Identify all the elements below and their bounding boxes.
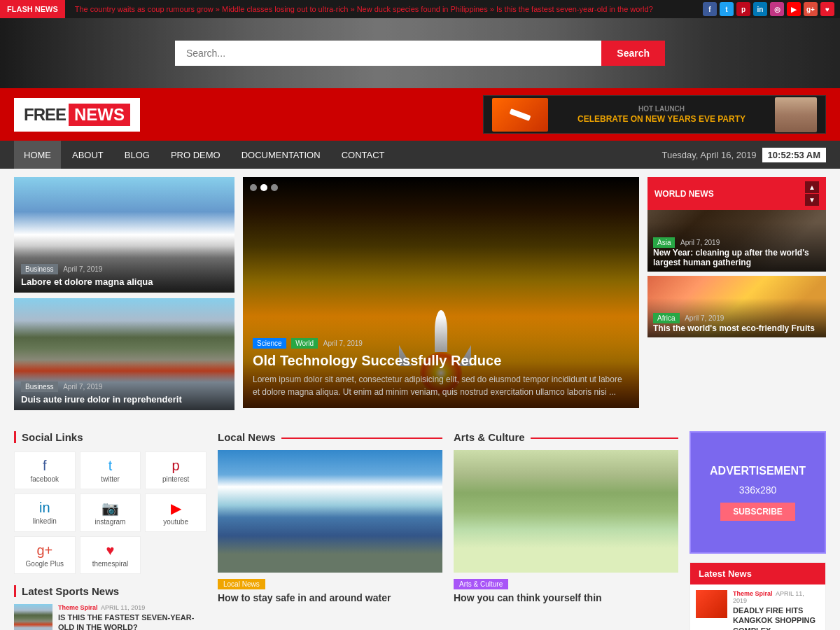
googleplus-label: Google Plus (26, 560, 64, 568)
world-scroll-up[interactable]: ▲ (805, 181, 819, 193)
ad-banner-image (492, 98, 548, 132)
left-card-1[interactable]: Business April 7, 2019 Labore et dolore … (14, 177, 234, 293)
local-news-header: Local News (218, 431, 442, 443)
card-1-date: April 7, 2019 (63, 265, 102, 273)
pinterest-label: pinterest (162, 475, 189, 483)
dot-1[interactable] (250, 184, 257, 191)
arts-culture-tag: Arts & Culture (454, 579, 508, 589)
sport-item-1[interactable]: Theme Spiral APRIL 11, 2019 IS THIS THE … (14, 604, 206, 630)
center-overlay: Science World April 7, 2019 Old Technolo… (243, 316, 639, 408)
nav-blog[interactable]: BLOG (115, 141, 160, 169)
navigation-bar: HOME ABOUT BLOG PRO DEMO DOCUMENTATION C… (0, 141, 840, 169)
themespiral-label: themespiral (92, 560, 129, 568)
search-bar: Search (175, 41, 665, 66)
social-youtube[interactable]: ▶ (787, 2, 801, 16)
social-pinterest[interactable]: p (736, 2, 750, 16)
logo-news-text: NEWS (69, 104, 130, 126)
world-card-1-date: April 7, 2019 (680, 239, 720, 246)
latest-news-meta-1: Theme Spiral APRIL 11, 2019 (733, 590, 820, 604)
youtube-icon: ▶ (171, 500, 181, 517)
nav-contact[interactable]: CONTACT (332, 141, 395, 169)
social-link-twitter[interactable]: t twitter (80, 451, 141, 489)
world-card-2-title: This the world's most eco-friendly Fruit… (653, 323, 820, 333)
nav-menu: HOME ABOUT BLOG PRO DEMO DOCUMENTATION C… (14, 141, 395, 169)
pinterest-icon: p (172, 458, 180, 474)
card-1-overlay: Business April 7, 2019 Labore et dolore … (14, 246, 234, 293)
social-link-themespiral[interactable]: ♥ themespiral (80, 536, 141, 574)
second-row: Social Links f facebook t twitter p pint… (0, 424, 840, 630)
card-2-date: April 7, 2019 (63, 383, 102, 391)
social-link-instagram[interactable]: 📷 instagram (80, 493, 141, 532)
social-twitter[interactable]: t (720, 2, 734, 16)
sport-meta-1: Theme Spiral APRIL 11, 2019 (58, 604, 206, 611)
local-news-image (218, 450, 442, 573)
arts-culture-title: Arts & Culture (454, 431, 525, 443)
youtube-label: youtube (163, 518, 188, 526)
latest-news-title-1: DEADLY FIRE HITS KANGKOK SHOPPING COMPLE… (733, 606, 820, 630)
world-card-1-title: New Year: cleaning up after the world's … (653, 248, 820, 267)
social-section-title: Social Links (14, 431, 206, 443)
social-googleplus[interactable]: g+ (804, 2, 818, 16)
ad-banner-text: HOT LAUNCH CELEBRATE ON NEW YEARS EVE PA… (548, 105, 775, 124)
social-link-pinterest[interactable]: p pinterest (145, 451, 206, 489)
ad-banner-main-text: CELEBRATE ON NEW YEARS EVE PARTY (548, 114, 775, 124)
social-link-googleplus[interactable]: g+ Google Plus (14, 536, 76, 574)
facebook-label: facebook (31, 475, 59, 483)
center-article[interactable]: Science World April 7, 2019 Old Technolo… (243, 177, 639, 408)
social-instagram[interactable]: ◎ (770, 2, 784, 16)
flash-ticker: The country waits as coup rumours grow »… (65, 5, 703, 13)
flash-bar: FLASH NEWS The country waits as coup rum… (0, 0, 840, 18)
arts-culture-section: Arts & Culture Arts & Culture How you ca… (454, 431, 678, 630)
instagram-icon: 📷 (102, 500, 119, 517)
search-input[interactable] (175, 41, 601, 66)
right-ad-section: ADVERTISEMENT 336x280 SUBSCRIBE Latest N… (690, 431, 826, 630)
flash-ticker-item: The country waits as coup rumours grow »… (75, 5, 653, 13)
search-button[interactable]: Search (601, 41, 665, 66)
card-2-overlay: Business April 7, 2019 Duis aute irure d… (14, 363, 234, 410)
world-scroll-down[interactable]: ▼ (805, 194, 819, 206)
world-card-2[interactable]: Africa April 7, 2019 This the world's mo… (648, 276, 826, 337)
nav-pro-demo[interactable]: PRO DEMO (161, 141, 230, 169)
dot-3[interactable] (271, 184, 278, 191)
latest-news-item-1[interactable]: Theme Spiral APRIL 11, 2019 DEADLY FIRE … (690, 584, 825, 630)
world-card-1[interactable]: Asia April 7, 2019 New Year: cleaning up… (648, 210, 826, 272)
local-news-section: Local News Local News How to stay safe i… (218, 431, 442, 630)
latest-news-info-1: Theme Spiral APRIL 11, 2019 DEADLY FIRE … (733, 590, 820, 630)
social-facebook[interactable]: f (703, 2, 717, 16)
social-link-linkedin[interactable]: in linkedin (14, 493, 76, 532)
card-2-title: Duis aute irure dolor in reprehenderit (21, 394, 227, 405)
flash-label: FLASH NEWS (0, 0, 65, 18)
ad-banner-person-image (775, 97, 817, 132)
nav-time: 10:52:53 AM (762, 148, 826, 162)
subscribe-button[interactable]: SUBSCRIBE (720, 503, 795, 521)
local-news-divider (281, 438, 442, 439)
local-news-headline: How to stay safe in and around water (218, 592, 442, 603)
nav-documentation[interactable]: DOCUMENTATION (232, 141, 330, 169)
left-card-2[interactable]: Business April 7, 2019 Duis aute irure d… (14, 298, 234, 410)
instagram-label: instagram (95, 518, 126, 526)
world-news-title: WORLD NEWS (654, 189, 714, 199)
ad-size: 336x280 (739, 484, 777, 496)
social-heart[interactable]: ♥ (820, 2, 834, 16)
latest-news-thumb-1 (696, 590, 727, 618)
center-column: Science World April 7, 2019 Old Technolo… (243, 177, 639, 416)
world-card-2-date: April 7, 2019 (685, 314, 724, 322)
nav-home[interactable]: HOME (14, 141, 61, 169)
right-column: WORLD NEWS ▲ ▼ Asia April 7, 2019 New Ye… (648, 177, 826, 416)
world-news-header: WORLD NEWS ▲ ▼ (648, 177, 826, 210)
nav-about[interactable]: ABOUT (62, 141, 113, 169)
world-card-1-tag: Asia (653, 237, 675, 248)
social-linkedin[interactable]: in (753, 2, 767, 16)
twitter-label: twitter (101, 475, 120, 483)
dot-2[interactable] (260, 184, 267, 191)
social-link-youtube[interactable]: ▶ youtube (145, 493, 206, 532)
card-1-tag: Business (21, 264, 58, 274)
advertisement-box: ADVERTISEMENT 336x280 SUBSCRIBE (690, 431, 826, 554)
themespiral-icon: ♥ (106, 542, 115, 559)
social-link-facebook[interactable]: f facebook (14, 451, 76, 489)
slideshow-dots (250, 184, 278, 191)
nav-datetime: Tuesday, April 16, 2019 10:52:53 AM (662, 148, 826, 162)
site-logo[interactable]: FREE NEWS (14, 98, 140, 132)
sidebar: Social Links f facebook t twitter p pint… (14, 431, 206, 630)
flash-social: f t p in ◎ ▶ g+ ♥ (703, 2, 840, 16)
